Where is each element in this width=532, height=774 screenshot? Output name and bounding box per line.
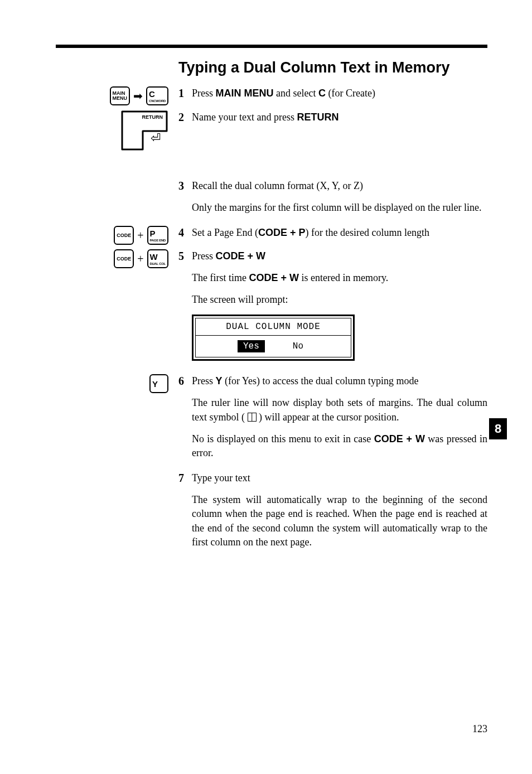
step-6-number: 6 [178, 374, 192, 388]
block-steps-4-5: CODE + P PAGE END CODE + W DUAL COL 4 [56, 226, 487, 371]
step-3-body: Recall the dual column format (X, Y, or … [192, 179, 487, 193]
step-2: 2 Name your text and press RETURN [178, 110, 487, 124]
step-6-para1: The ruler line will now display both set… [192, 396, 487, 424]
content-steps-1-2: 1 Press MAIN MENU and select C (for Crea… [178, 86, 487, 130]
prompt-inner: DUAL COLUMN MODE Yes No [195, 318, 351, 357]
block-step-6: Y 6 Press Y (for Yes) to access the dual… [56, 374, 487, 468]
step-7-number: 7 [178, 471, 192, 485]
key-code-1: CODE [114, 226, 134, 245]
chapter-badge: 8 [489, 418, 507, 439]
step-2-number: 2 [178, 110, 192, 124]
block-step-3: 3 Recall the dual column format (X, Y, o… [56, 179, 487, 222]
dual-column-symbol-icon [248, 413, 257, 422]
horizontal-rule [56, 45, 487, 48]
key-c: C CNCWORD [146, 86, 168, 105]
step-7-body: Type your text [192, 471, 487, 485]
key-return: RETURN ⏎ [120, 110, 168, 151]
block-steps-1-2: MAIN MENU ➡ C CNCWORD RETURN ⏎ 1 Press M… [56, 86, 487, 151]
step-1-body: Press MAIN MENU and select C (for Create… [192, 86, 487, 100]
icon-col-4-5: CODE + P PAGE END CODE + W DUAL COL [56, 226, 178, 273]
key-code-2: CODE [114, 249, 134, 268]
block-step-7: 7 Type your text The system will automat… [56, 471, 487, 557]
prompt-title: DUAL COLUMN MODE [196, 318, 351, 336]
step-4: 4 Set a Page End (CODE + P) for the desi… [178, 226, 487, 240]
icon-col-6: Y [56, 374, 178, 393]
step-7-para1: The system will automatically wrap to th… [192, 493, 487, 549]
icon-col-1: MAIN MENU ➡ C CNCWORD RETURN ⏎ [56, 86, 178, 151]
page-number: 123 [472, 723, 487, 735]
step-4-number: 4 [178, 226, 192, 240]
step-5-body: Press CODE + W [192, 249, 487, 263]
step-7: 7 Type your text [178, 471, 487, 485]
step-1: 1 Press MAIN MENU and select C (for Crea… [178, 86, 487, 100]
plus-icon-2: + [137, 253, 143, 264]
key-row-mainmenu-c: MAIN MENU ➡ C CNCWORD [110, 86, 168, 105]
step-4-body: Set a Page End (CODE + P) for the desire… [192, 226, 487, 240]
step-6-para2: No is displayed on this menu to exit in … [192, 432, 487, 460]
prompt-yes: Yes [238, 340, 265, 352]
step-2-body: Name your text and press RETURN [192, 110, 487, 124]
step-5-line1: The first time CODE + W is entered in me… [192, 271, 487, 285]
prompt-options: Yes No [196, 336, 351, 357]
key-row-code-w: CODE + W DUAL COL [114, 249, 168, 268]
step-6-body: Press Y (for Yes) to access the dual col… [192, 374, 487, 388]
plus-icon-1: + [137, 230, 143, 241]
step-3: 3 Recall the dual column format (X, Y, o… [178, 179, 487, 193]
key-p: P PAGE END [147, 226, 169, 245]
step-1-number: 1 [178, 86, 192, 100]
content-step-6: 6 Press Y (for Yes) to access the dual c… [178, 374, 487, 468]
page-title: Typing a Dual Column Text in Memory [178, 59, 487, 76]
step-3-number: 3 [178, 179, 192, 193]
content-step-3: 3 Recall the dual column format (X, Y, o… [178, 179, 487, 222]
content-steps-4-5: 4 Set a Page End (CODE + P) for the desi… [178, 226, 487, 371]
arrow-right-icon: ➡ [133, 90, 143, 101]
page: Typing a Dual Column Text in Memory MAIN… [0, 0, 532, 774]
return-arrow-icon: ⏎ [151, 131, 161, 146]
key-row-code-p: CODE + P PAGE END [114, 226, 168, 245]
content-step-7: 7 Type your text The system will automat… [178, 471, 487, 557]
step-5-number: 5 [178, 249, 192, 263]
step-3-note: Only the margins for the first column wi… [192, 201, 487, 215]
step-6: 6 Press Y (for Yes) to access the dual c… [178, 374, 487, 388]
prompt-box: DUAL COLUMN MODE Yes No [192, 315, 355, 361]
key-y: Y [149, 374, 168, 393]
key-main-menu: MAIN MENU [110, 86, 130, 105]
step-5-line2: The screen will prompt: [192, 293, 487, 307]
key-w: W DUAL COL [147, 249, 169, 268]
step-5: 5 Press CODE + W [178, 249, 487, 263]
key-return-label: RETURN [142, 114, 163, 120]
prompt-no: No [287, 340, 309, 352]
